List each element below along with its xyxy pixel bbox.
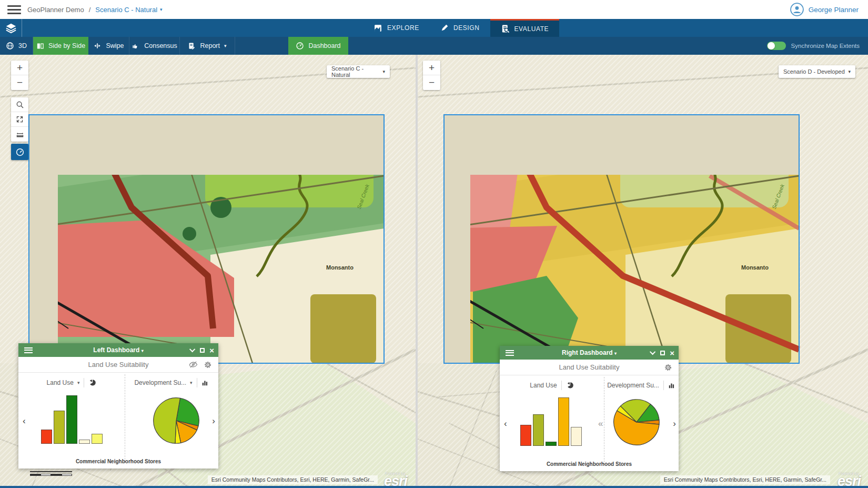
swipe-icon	[93, 42, 102, 49]
report-label: Report	[200, 42, 220, 49]
zoom-in-button[interactable]: +	[423, 61, 440, 75]
side-by-side-button[interactable]: Side by Side	[33, 37, 88, 55]
gear-icon[interactable]	[664, 363, 672, 372]
svg-text:Monsanto: Monsanto	[326, 264, 354, 271]
swipe-label: Swipe	[106, 42, 124, 49]
toolbar-spacer	[235, 37, 288, 55]
dashboard-button[interactable]: Dashboard	[288, 37, 348, 55]
land-use-select[interactable]: Land Use ▾	[47, 379, 80, 386]
collapse-panel-chevron[interactable]: «	[598, 419, 603, 428]
dev-suitability-select[interactable]: Development Su... ▾	[134, 379, 192, 386]
maximize-icon[interactable]	[200, 348, 205, 353]
sync-extents-label: Synchronize Map Extents	[791, 43, 860, 49]
maximize-icon[interactable]	[660, 351, 665, 355]
caret-down-icon: ▾	[77, 381, 80, 385]
right-dashboard-body: Land Use Development Su... ‹ « ›	[500, 376, 679, 471]
next-chart-chevron[interactable]: ›	[212, 416, 215, 425]
close-icon[interactable]: ×	[209, 346, 214, 354]
pie-chart-icon[interactable]	[566, 382, 574, 390]
geoplanner-app: GeoPlanner Demo / Scenario C - Natural ▾…	[0, 0, 868, 488]
gear-icon[interactable]	[204, 361, 212, 369]
breadcrumb-separator: /	[89, 6, 91, 14]
consensus-thumbs-icon	[132, 42, 140, 50]
dashboard-label: Dashboard	[308, 42, 340, 49]
dashboard-gauge-icon	[15, 147, 25, 157]
bottom-accent-strip	[0, 486, 868, 488]
search-magnifier-button[interactable]	[11, 97, 28, 112]
eye-slash-icon[interactable]	[189, 360, 198, 369]
evaluate-toolbar: 3D Side by Side Swipe Consensus	[0, 37, 868, 55]
scenario-selector-left-label: Scenario C - Natural	[331, 65, 382, 78]
prev-chart-chevron[interactable]: ‹	[23, 416, 26, 425]
3d-button[interactable]: 3D	[0, 37, 33, 55]
map-attribution-left: Esri Community Maps Contributors, Esri, …	[208, 475, 378, 484]
zoom-control-left: + −	[11, 61, 28, 90]
zoom-out-button[interactable]: −	[11, 75, 28, 90]
prev-chart-chevron[interactable]: ‹	[504, 419, 507, 428]
sync-extents-toggle[interactable]	[767, 42, 786, 50]
dev-suitability-select-area: Development Su...	[604, 378, 679, 393]
breadcrumb-app-name[interactable]: GeoPlanner Demo	[27, 6, 84, 14]
right-dashboard-window[interactable]: Right Dashboard ▾ × Land Use Suitability	[500, 346, 679, 471]
swipe-button[interactable]: Swipe	[88, 37, 129, 55]
report-icon	[188, 42, 196, 50]
breadcrumb-scenario-dropdown[interactable]: Scenario C - Natural ▾	[95, 6, 162, 14]
zoom-out-button[interactable]: −	[423, 75, 440, 90]
magnifier-icon	[16, 101, 24, 109]
measure-button[interactable]	[11, 127, 28, 142]
measure-ruler-icon	[16, 131, 24, 138]
scenario-selector-left[interactable]: Scenario C - Natural ▾	[327, 65, 390, 78]
nav-bar: EXPLORE DESIGN EVALUATE	[0, 19, 868, 37]
explore-icon	[374, 24, 382, 33]
caret-down-icon: ▾	[848, 69, 851, 74]
bar-chart-icon[interactable]	[201, 379, 209, 386]
scenario-selector-right[interactable]: Scenario D - Developed ▾	[779, 65, 855, 78]
tab-design[interactable]: DESIGN	[430, 19, 490, 37]
suitability-pie-chart	[152, 396, 201, 445]
layers-panel-button[interactable]	[0, 19, 22, 37]
dev-suitability-select-area: Development Su... ▾	[125, 375, 218, 390]
land-use-bar-chart	[520, 397, 582, 446]
chart-footer-label: Commercial Neighborhood Stores	[18, 459, 218, 464]
breadcrumb: GeoPlanner Demo / Scenario C - Natural ▾	[27, 6, 163, 14]
caret-down-icon: ▾	[190, 381, 193, 385]
tab-explore-label: EXPLORE	[387, 24, 419, 32]
consensus-label: Consensus	[144, 42, 177, 49]
caret-down-icon: ▾	[160, 7, 163, 12]
land-use-select[interactable]: Land Use	[530, 382, 557, 389]
hamburger-menu-icon[interactable]	[7, 5, 21, 14]
widget-title-row: Land Use Suitability	[500, 360, 679, 375]
dashboard-toggle-button[interactable]	[11, 144, 28, 160]
tab-explore[interactable]: EXPLORE	[363, 19, 430, 37]
esri-brand: esri	[832, 475, 866, 487]
user-menu[interactable]: George Planner	[790, 3, 859, 16]
caret-down-icon: ▾	[142, 348, 144, 353]
map-attribution-right: Esri Community Maps Contributors, Esri, …	[660, 475, 830, 484]
close-icon[interactable]: ×	[670, 349, 674, 357]
zoom-control-right: + −	[423, 61, 440, 90]
widget-title: Land Use Suitability	[88, 361, 149, 369]
sync-extents-control: Synchronize Map Extents	[767, 37, 860, 55]
right-dashboard-header[interactable]: Right Dashboard ▾ ×	[500, 346, 679, 360]
next-chart-chevron[interactable]: ›	[673, 419, 676, 428]
bar-chart-icon[interactable]	[668, 382, 675, 389]
left-dashboard-body: Land Use ▾ Development Su... ▾	[18, 373, 218, 469]
tab-design-label: DESIGN	[453, 24, 480, 32]
left-dashboard-header[interactable]: Left Dashboard ▾ ×	[18, 343, 218, 357]
svg-text:Monsanto: Monsanto	[741, 264, 769, 271]
left-dashboard-window[interactable]: Left Dashboard ▾ × Land Use Suitability	[18, 343, 218, 469]
full-extent-button[interactable]	[11, 112, 28, 127]
caret-down-icon: ▾	[382, 69, 385, 74]
consensus-button[interactable]: Consensus	[129, 37, 180, 55]
evaluate-icon	[501, 24, 510, 33]
zoom-in-button[interactable]: +	[11, 61, 28, 75]
dev-suitability-select[interactable]: Development Su...	[607, 382, 659, 389]
esri-logo-left: Powered by esri	[379, 472, 412, 487]
dashboard-gauge-icon	[296, 42, 304, 50]
scenario-selector-right-label: Scenario D - Developed	[783, 68, 845, 75]
report-button[interactable]: Report ▾	[180, 37, 235, 55]
pie-chart-icon[interactable]	[88, 379, 96, 387]
tab-evaluate[interactable]: EVALUATE	[490, 19, 560, 37]
left-dashboard-title[interactable]: Left Dashboard ▾	[18, 346, 218, 354]
land-use-select-area: Land Use ▾	[18, 375, 125, 390]
